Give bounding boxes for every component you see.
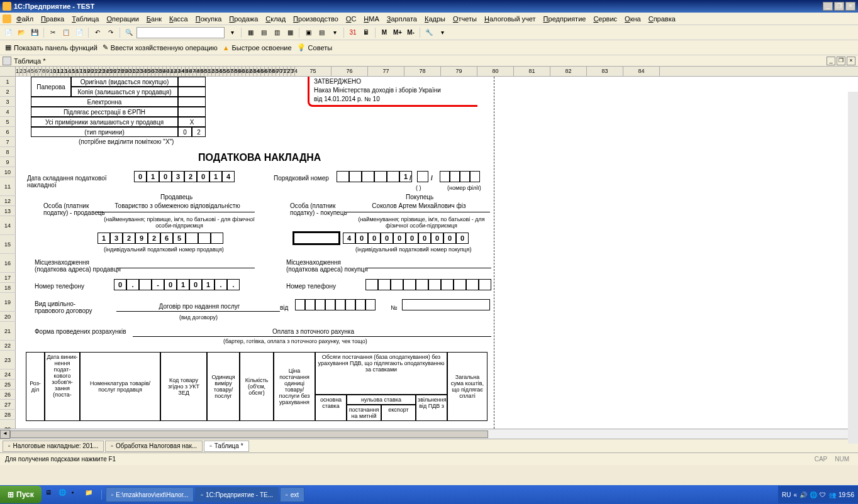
dropdown-icon[interactable]: ▾ [437,27,448,38]
row-header[interactable]: 18 [0,283,16,293]
menu-Производство[interactable]: Производство [289,14,342,24]
find-button[interactable]: 🔍 [123,27,135,38]
restore-button[interactable]: ❐ [834,2,844,11]
copy-mark[interactable] [178,87,206,97]
quicklaunch-cmd-icon[interactable]: ▪ [72,489,83,500]
col-header[interactable]: 80 [477,67,514,76]
copy-button[interactable]: 📋 [60,27,72,38]
horizontal-scrollbar[interactable]: ◄ ► [0,429,858,439]
menu-Операции[interactable]: Операции [103,14,142,24]
doc-tab[interactable]: ▫Налоговые накладные: 201... [3,441,104,452]
orig-mark[interactable] [178,77,206,87]
menu-Файл[interactable]: Файл [13,14,37,24]
row-header[interactable]: 16 [0,254,16,273]
col-header[interactable]: 76 [332,67,368,76]
payment-val[interactable]: Оплата з поточного рахунка [133,327,491,337]
row-header[interactable]: 5 [0,117,16,127]
menu-Справка[interactable]: Справка [645,14,679,24]
row-header[interactable]: 15 [0,235,16,254]
contract-val[interactable]: Договір про надання послуг [116,302,280,312]
menu-Склад[interactable]: Склад [262,14,289,24]
doc-tab[interactable]: ▫Обработка Налоговая нак... [105,441,203,452]
col-header[interactable]: 81 [514,67,550,76]
reason-val-0[interactable]: 0 [178,127,192,137]
start-button[interactable]: ⊞Пуск [0,486,42,503]
vertical-scrollbar[interactable] [848,92,858,444]
col-header[interactable]: 78 [404,67,441,76]
phone-seller-cells[interactable]: 0.-0101.. [114,279,240,290]
calendar-button[interactable]: 31 [347,27,359,38]
row-header[interactable]: 6 [0,127,16,137]
contract-num[interactable] [402,299,490,310]
menu-Покупка[interactable]: Покупка [192,14,226,24]
new-button[interactable]: 📄 [3,27,14,38]
row-header[interactable]: 10 [0,167,16,177]
close-button[interactable]: × [845,2,855,11]
m-button[interactable]: M [379,27,390,38]
buyer-tax-cells[interactable]: 4000000000 [343,233,469,244]
row-header[interactable]: 7 [0,137,16,147]
m-plus-button[interactable]: M+ [392,27,403,38]
taskbar-task[interactable]: ▫E:\mzakharov\ext\Налог... [106,487,194,502]
m-minus-button[interactable]: M- [405,27,416,38]
lang-indicator[interactable]: RU [782,491,791,498]
menu-Предприятие[interactable]: Предприятие [540,14,590,24]
menu-Налоговый учет[interactable]: Налоговый учет [481,14,540,24]
show-panel-button[interactable]: ▦Показать панель функций [5,43,98,52]
taskbar-task[interactable]: ▫1С:Предприятие - TE... [195,487,279,502]
row-header[interactable]: 14 [0,216,16,235]
sheet-content[interactable]: Паперова Оригінал (видається покупцю) Ко… [16,77,858,429]
paste-button[interactable]: 📄 [74,27,85,38]
tool-button[interactable]: ▤ [258,27,269,38]
tool-button[interactable]: ▥ [271,27,282,38]
quicklaunch-ie-icon[interactable]: 🌐 [58,489,70,500]
tray-icon[interactable]: 👥 [828,491,836,498]
reason-val-2[interactable]: 2 [192,127,206,137]
menu-Зарплата[interactable]: Зарплата [383,14,421,24]
row-header[interactable]: 9 [0,157,16,167]
menu-Сервис[interactable]: Сервис [589,14,621,24]
phone-buyer-cells[interactable] [365,279,491,290]
tray-expand-icon[interactable]: « [793,491,797,498]
quicklaunch-desktop-icon[interactable]: 🖥 [45,489,57,500]
buyer-name[interactable]: Соколов Артем Михайлович фіз [345,200,490,212]
menu-Отчеты[interactable]: Отчеты [449,14,481,24]
reg-mark[interactable] [178,107,206,117]
row-header[interactable]: 3 [0,97,16,107]
menu-Продажа[interactable]: Продажа [225,14,262,24]
doc-minimize-button[interactable]: _ [827,57,835,65]
active-cell[interactable] [292,231,340,245]
tray-icon[interactable]: 🛡 [820,491,826,498]
col-header[interactable]: 82 [550,67,587,76]
scroll-thumb[interactable] [10,430,488,438]
doc-restore-button[interactable]: ❐ [837,57,845,65]
undo-button[interactable]: ↶ [92,27,103,38]
col-header[interactable]: 79 [441,67,477,76]
electronic-mark[interactable] [178,97,206,107]
doc-tab[interactable]: ▫Таблица * [204,441,248,452]
tool-button[interactable]: ▦ [245,27,256,38]
row-header[interactable]: 13 [0,206,16,216]
fast-start-button[interactable]: ▲Быстрое освоение [223,44,292,52]
row-header[interactable]: 19 [0,293,16,312]
col-header[interactable]: 84 [623,67,660,76]
row-header[interactable]: 28 [0,410,16,420]
tool-button[interactable]: ▤ [316,27,327,38]
branch-cell-1[interactable] [417,171,428,182]
col-header[interactable]: 83 [587,67,623,76]
dropdown-icon[interactable]: ▾ [226,27,238,38]
row-header[interactable]: 20 [0,312,16,322]
row-header[interactable]: 21 [0,322,16,341]
minimize-button[interactable]: _ [823,2,833,11]
tips-button[interactable]: 💡Советы [297,43,332,52]
enter-op-button[interactable]: ✎Ввести хозяйственную операцию [103,43,218,52]
tool-button[interactable]: ▦ [284,27,296,38]
addr-seller-line[interactable] [116,268,255,268]
redo-button[interactable]: ↷ [105,27,116,38]
doc-close-button[interactable]: × [847,57,855,65]
row-header[interactable]: 17 [0,273,16,283]
row-header[interactable]: 8 [0,147,16,157]
col-header[interactable]: 77 [368,67,404,76]
clock[interactable]: 19:56 [838,491,854,498]
tool-button[interactable]: ▣ [303,27,314,38]
